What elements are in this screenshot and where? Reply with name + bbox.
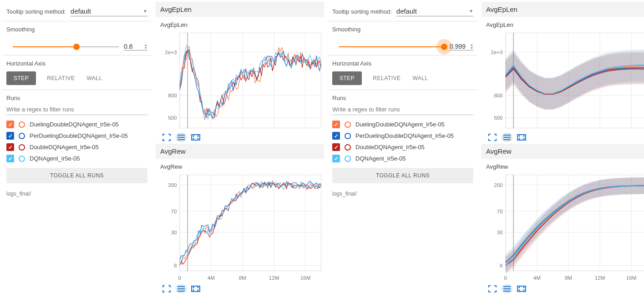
svg-text:30: 30 [171,229,177,235]
smoothing-slider[interactable] [339,46,445,47]
smoothing-slider[interactable] [13,46,119,47]
run-name: DuelingDoubleDQNAgent_lr5e-05 [355,121,445,128]
svg-text:8M: 8M [565,275,572,281]
smoothing-value: 0.6 [124,43,144,50]
stepper-down-icon[interactable]: ▼ [470,46,473,50]
svg-point-39 [193,287,194,288]
svg-point-64 [523,138,524,139]
svg-point-61 [519,136,520,136]
section-header-eplen[interactable]: AvgEpLen [482,2,644,17]
run-name: DuelingDoubleDQNAgent_lr5e-05 [30,121,119,128]
svg-text:0: 0 [504,275,507,281]
stepper-up-icon[interactable]: ▲ [144,43,147,46]
tooltip-sort-select[interactable]: default ▼ [396,6,473,16]
svg-rect-18 [180,175,321,271]
smoothing-value: 0.999 [450,43,470,50]
run-item[interactable]: ✓ PerDuelingDoubleDQNAgent_lr5e-05 [6,130,147,141]
run-item[interactable]: ✓ DuelingDoubleDQNAgent_lr5e-05 [332,119,473,130]
run-checkbox[interactable]: ✓ [332,121,340,128]
svg-point-42 [198,290,198,291]
run-checkbox[interactable]: ✓ [332,143,340,151]
tooltip-sort-select[interactable]: default ▼ [71,6,147,16]
run-color-ring-icon [345,133,351,139]
run-checkbox[interactable]: ✓ [6,143,14,151]
box-mode-icon[interactable] [190,284,201,293]
axis-relative-button[interactable]: RELATIVE [372,71,401,85]
run-item[interactable]: ✓ DQNAgent_lr5e-05 [332,153,473,164]
svg-text:4M: 4M [533,275,541,281]
svg-text:4M: 4M [208,275,215,281]
axis-step-button[interactable]: STEP [332,71,362,85]
run-checkbox[interactable]: ✓ [6,132,14,140]
logdir-path: logs_final/ [2,188,152,200]
run-name: PerDuelingDoubleDQNAgent_lr5e-05 [355,132,454,139]
box-mode-icon[interactable] [190,133,201,142]
expand-icon[interactable] [161,284,172,293]
run-checkbox[interactable]: ✓ [6,155,14,162]
stepper-down-icon[interactable]: ▼ [144,46,147,50]
svg-point-16 [193,138,194,139]
svg-point-92 [519,290,520,291]
line-mode-icon[interactable] [176,284,187,293]
chevron-down-icon: ▼ [469,9,473,14]
run-item[interactable]: ✓ DQNAgent_lr5e-05 [6,153,147,164]
runs-filter-input[interactable] [6,104,147,115]
line-mode-icon[interactable] [176,133,187,142]
svg-text:70: 70 [171,208,177,214]
smoothing-label: Smoothing [332,26,473,33]
svg-text:200: 200 [494,182,502,188]
section-header-eplen[interactable]: AvgEpLen [156,2,324,17]
run-name: DoubleDQNAgent_lr5e-05 [355,144,425,151]
axis-wall-button[interactable]: WALL [411,71,429,85]
section-header-rew[interactable]: AvgRew [156,144,324,159]
run-item[interactable]: ✓ PerDuelingDoubleDQNAgent_lr5e-05 [332,130,473,141]
svg-text:8M: 8M [239,275,246,281]
smoothing-value-input[interactable]: 0.6 ▲▼ [124,43,147,50]
line-mode-icon[interactable] [502,133,512,142]
svg-text:12M: 12M [269,275,279,281]
run-color-ring-icon [19,121,25,128]
expand-icon[interactable] [487,133,498,142]
svg-point-93 [523,290,524,291]
expand-icon[interactable] [161,133,172,142]
stepper-up-icon[interactable]: ▲ [470,43,473,46]
box-mode-icon[interactable] [516,133,527,142]
runs-filter-input[interactable] [332,104,473,115]
svg-point-90 [519,287,520,288]
run-name: DQNAgent_lr5e-05 [30,155,80,162]
axis-step-button[interactable]: STEP [6,71,36,85]
run-item[interactable]: ✓ DuelingDoubleDQNAgent_lr5e-05 [6,119,147,130]
tooltip-sort-value: default [396,7,417,15]
toggle-all-runs-button[interactable]: TOGGLE ALL RUNS [332,168,473,183]
run-checkbox[interactable]: ✓ [6,121,14,128]
run-name: PerDuelingDoubleDQNAgent_lr5e-05 [30,132,128,139]
run-checkbox[interactable]: ✓ [332,155,340,162]
run-item[interactable]: ✓ DoubleDQNAgent_lr5e-05 [332,141,473,153]
svg-text:8: 8 [174,262,177,268]
section-header-rew[interactable]: AvgRew [482,144,644,159]
svg-text:12M: 12M [595,275,605,281]
smoothing-value-input[interactable]: 0.999 ▲▼ [450,43,473,50]
svg-text:200: 200 [168,182,177,188]
toggle-all-runs-button[interactable]: TOGGLE ALL RUNS [6,168,147,183]
svg-text:800: 800 [168,92,177,98]
run-color-ring-icon [345,156,351,162]
svg-text:800: 800 [494,92,502,98]
runs-label: Runs [332,95,473,101]
box-mode-icon[interactable] [516,284,527,293]
svg-point-41 [193,290,194,291]
axis-wall-button[interactable]: WALL [86,71,103,85]
tooltip-sort-value: default [71,7,91,15]
chart-title: AvgRew [482,161,644,172]
svg-point-40 [198,287,198,288]
chart-title: AvgEpLen [156,20,324,30]
run-color-ring-icon [19,133,25,139]
axis-relative-button[interactable]: RELATIVE [46,71,76,85]
horizontal-axis-label: Horizontal Axis [6,60,147,67]
expand-icon[interactable] [487,284,498,293]
svg-text:16M: 16M [626,275,637,281]
run-item[interactable]: ✓ DoubleDQNAgent_lr5e-05 [6,141,147,153]
logdir-path: logs_final/ [328,188,478,200]
run-checkbox[interactable]: ✓ [332,132,340,140]
line-mode-icon[interactable] [502,284,512,293]
